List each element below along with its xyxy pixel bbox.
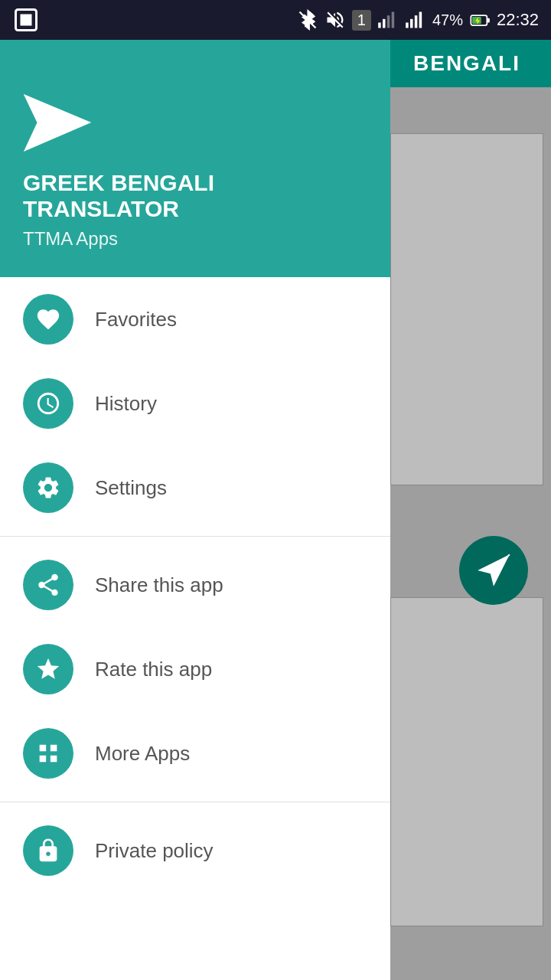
battery-icon [469, 9, 491, 31]
signal2-icon [405, 9, 426, 31]
favorites-icon-circle [23, 294, 73, 345]
secondary-menu-section: Share this app Rate this app [0, 543, 390, 795]
svg-rect-6 [392, 12, 395, 28]
clock-icon [35, 390, 61, 416]
settings-label: Settings [95, 476, 167, 500]
rate-label: Rate this app [95, 658, 212, 681]
svg-rect-9 [415, 15, 418, 28]
sim-badge: 1 [352, 10, 371, 31]
svg-rect-8 [410, 19, 413, 28]
navigation-drawer: GREEK BENGALI TRANSLATOR TTMA Apps Favor… [0, 40, 390, 980]
drawer-menu: Favorites History Settings [0, 277, 390, 980]
status-icons: 1 47% 22:32 [297, 9, 539, 31]
privacy-menu-item[interactable]: Private policy [0, 808, 390, 893]
privacy-label: Private policy [95, 839, 214, 863]
mute-icon [324, 9, 346, 31]
more-apps-label: More Apps [95, 742, 190, 766]
privacy-icon-circle [23, 825, 73, 876]
tertiary-menu-section: Private policy [0, 808, 390, 893]
svg-rect-12 [487, 18, 490, 23]
history-menu-item[interactable]: History [0, 361, 390, 446]
grid-icon [35, 740, 61, 766]
settings-menu-item[interactable]: Settings [0, 446, 390, 530]
bengali-header-bar: BENGALI [383, 40, 551, 87]
developer-name: TTMA Apps [23, 228, 367, 250]
svg-rect-5 [387, 15, 390, 28]
star-icon [35, 656, 61, 682]
right-content-area-bottom [390, 597, 543, 926]
status-bar: 1 47% 22:32 [0, 0, 551, 40]
history-icon-circle [23, 378, 73, 429]
bluetooth-icon [297, 9, 318, 31]
share-menu-item[interactable]: Share this app [0, 543, 390, 627]
share-icon [35, 572, 61, 598]
translate-button-right[interactable] [459, 536, 528, 605]
rate-menu-item[interactable]: Rate this app [0, 627, 390, 711]
screenshot-icon [12, 6, 40, 34]
right-content-area-top [390, 133, 543, 485]
gear-icon [35, 475, 61, 501]
rate-icon-circle [23, 644, 73, 694]
battery-percent: 47% [432, 11, 463, 29]
drawer-header: GREEK BENGALI TRANSLATOR TTMA Apps [0, 40, 390, 277]
paper-plane-logo [23, 94, 92, 152]
bengali-label: BENGALI [413, 51, 520, 76]
share-icon-circle [23, 560, 73, 610]
svg-rect-3 [378, 23, 381, 28]
more-apps-menu-item[interactable]: More Apps [0, 711, 390, 795]
primary-menu-section: Favorites History Settings [0, 277, 390, 530]
history-label: History [95, 392, 157, 416]
favorites-menu-item[interactable]: Favorites [0, 277, 390, 361]
svg-rect-4 [383, 19, 386, 28]
svg-rect-10 [419, 12, 422, 28]
heart-icon [35, 306, 61, 332]
send-icon-right [474, 551, 513, 590]
lock-icon [35, 838, 61, 864]
divider-1 [0, 536, 390, 537]
share-label: Share this app [95, 573, 223, 597]
favorites-label: Favorites [95, 308, 177, 332]
svg-rect-7 [406, 23, 409, 28]
svg-rect-1 [21, 15, 32, 26]
more-apps-icon-circle [23, 728, 73, 779]
svg-marker-15 [24, 94, 91, 122]
app-logo [23, 94, 367, 152]
divider-2 [0, 802, 390, 802]
signal1-icon [377, 9, 399, 31]
settings-icon-circle [23, 462, 73, 513]
time-display: 22:32 [497, 10, 539, 30]
app-name: GREEK BENGALI TRANSLATOR [23, 170, 367, 222]
